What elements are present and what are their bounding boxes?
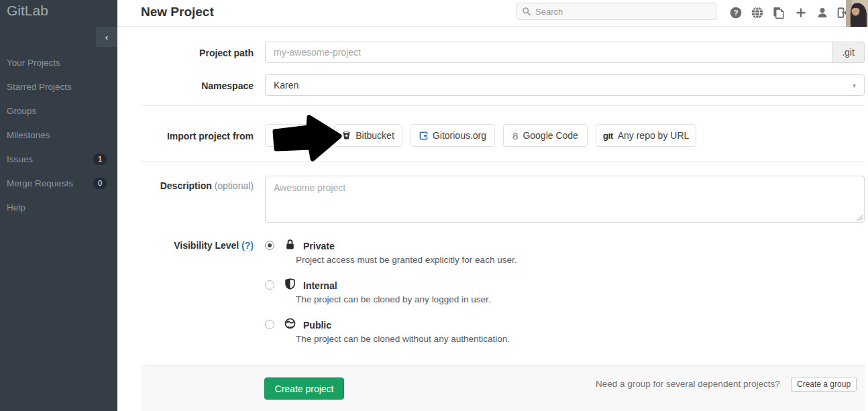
lock-icon: [284, 239, 296, 250]
sidebar-item-label: Issues: [7, 154, 93, 164]
help-icon[interactable]: ?: [730, 7, 742, 19]
caret-down-icon: ▾: [853, 82, 856, 89]
visibility-internal-description: The project can be cloned by any logged …: [296, 294, 490, 304]
sidebar-item-label: Merge Requests: [7, 178, 93, 188]
google-code-icon: 8: [512, 130, 518, 141]
visibility-option-internal[interactable]: Internal: [303, 280, 337, 291]
description-textarea[interactable]: [265, 176, 865, 223]
import-bitbucket-button[interactable]: Bitbucket: [334, 124, 402, 147]
create-project-button[interactable]: Create project: [264, 377, 344, 400]
import-google-code-button[interactable]: 8 Google Code: [503, 124, 588, 147]
import-any-repo-button[interactable]: git Any repo by URL: [596, 124, 696, 147]
project-path-input[interactable]: [265, 42, 832, 63]
sidebar-item-label: Help: [7, 202, 107, 213]
import-button-label: Google Code: [523, 130, 578, 141]
gitlab-new-project-page: GitLab ‹ Your Projects Starred Projects …: [0, 0, 868, 411]
radio-private[interactable]: [265, 241, 274, 250]
search-input[interactable]: [517, 3, 716, 20]
import-github-button-obscured[interactable]: [265, 124, 327, 147]
visibility-level-label: Visibility Level (?): [121, 240, 254, 251]
sidebar-item-merge-requests[interactable]: Merge Requests 0: [0, 173, 117, 193]
git-icon: git: [603, 131, 613, 141]
section-divider: [141, 161, 865, 162]
git-suffix-addon: .git: [832, 42, 865, 63]
import-from-label: Import project from: [121, 131, 254, 141]
namespace-select[interactable]: Karen ▾: [265, 74, 865, 96]
import-button-label: Any repo by URL: [618, 130, 690, 141]
bitbucket-icon: [342, 131, 351, 140]
merge-requests-count-badge: 0: [93, 178, 107, 189]
chevron-left-icon: ‹: [105, 32, 108, 42]
user-icon[interactable]: [816, 7, 828, 19]
globe-icon: [284, 318, 296, 329]
gitlab-logo: GitLab: [7, 3, 48, 19]
sidebar-item-your-projects[interactable]: Your Projects: [0, 52, 117, 72]
description-optional-hint: (optional): [215, 180, 254, 191]
sidebar-collapse-button[interactable]: ‹: [96, 27, 117, 47]
section-divider: [141, 105, 865, 106]
page-title: New Project: [141, 5, 214, 19]
import-button-label: Bitbucket: [356, 130, 394, 141]
namespace-selected-value: Karen: [274, 80, 299, 91]
group-hint-text: Need a group for several dependent proje…: [596, 379, 780, 389]
sidebar-item-label: Groups: [7, 106, 107, 116]
sidebar: GitLab ‹ Your Projects Starred Projects …: [0, 0, 117, 411]
github-icon: [289, 131, 299, 140]
visibility-private-description: Project access must be granted explicitl…: [296, 255, 517, 265]
import-gitorious-button[interactable]: Gitorious.org: [411, 124, 495, 147]
copy-icon[interactable]: [773, 7, 785, 19]
sidebar-item-milestones[interactable]: Milestones: [0, 125, 117, 145]
search-box: [517, 3, 716, 20]
description-label-text: Description: [160, 180, 212, 191]
create-group-button[interactable]: Create a group: [791, 377, 857, 392]
sidebar-item-label: Starred Projects: [7, 82, 107, 92]
radio-public[interactable]: [265, 320, 274, 329]
sidebar-item-issues[interactable]: Issues 1: [0, 149, 117, 169]
visibility-public-description: The project can be cloned without any au…: [296, 334, 510, 344]
namespace-label: Namespace: [121, 80, 254, 91]
gitorious-icon: [419, 131, 428, 140]
plus-icon[interactable]: [795, 7, 807, 19]
sidebar-item-label: Milestones: [7, 130, 107, 140]
svg-text:?: ?: [733, 8, 738, 17]
sidebar-item-help[interactable]: Help: [0, 197, 117, 217]
globe-icon[interactable]: [751, 7, 763, 19]
visibility-label-text: Visibility Level: [174, 240, 239, 251]
description-label: Description (optional): [121, 180, 254, 191]
visibility-option-public[interactable]: Public: [303, 320, 331, 331]
sidebar-item-label: Your Projects: [7, 58, 107, 68]
shield-icon: [284, 278, 296, 290]
project-path-label: Project path: [121, 48, 254, 58]
import-button-label: Gitorious.org: [433, 130, 486, 141]
sidebar-item-groups[interactable]: Groups: [0, 101, 117, 121]
visibility-help-link[interactable]: (?): [241, 240, 254, 251]
visibility-option-private[interactable]: Private: [303, 241, 335, 251]
radio-internal[interactable]: [265, 280, 274, 290]
user-avatar[interactable]: [846, 0, 868, 27]
sidebar-item-starred-projects[interactable]: Starred Projects: [0, 76, 117, 97]
issues-count-badge: 1: [93, 154, 107, 165]
